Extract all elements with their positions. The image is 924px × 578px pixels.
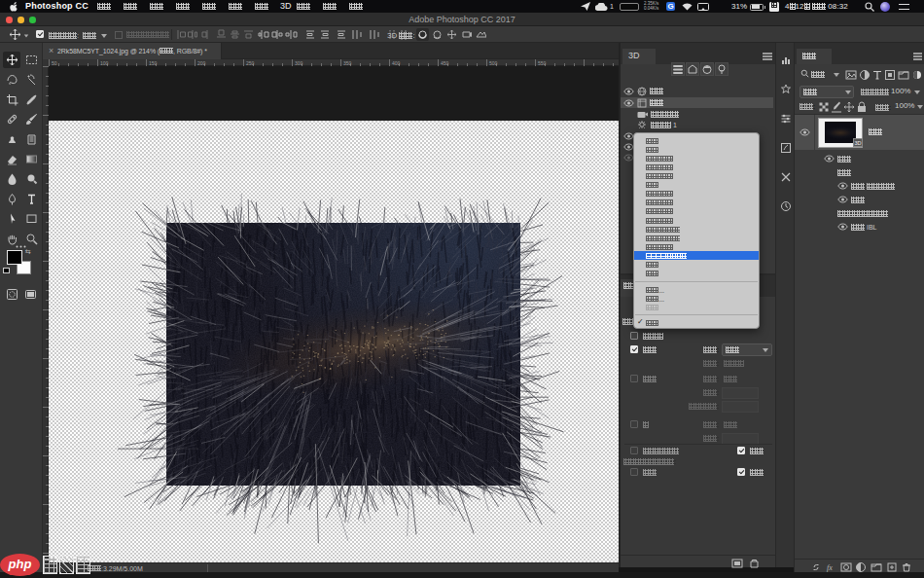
svg-text:300: 300	[295, 60, 303, 66]
svg-text:250: 250	[246, 60, 255, 66]
svg-text:50: 50	[52, 60, 57, 66]
svg-text:fx: fx	[827, 563, 833, 572]
svg-text:150: 150	[149, 60, 158, 66]
svg-text:400: 400	[392, 60, 401, 66]
svg-text:450: 450	[441, 60, 449, 66]
svg-text:200: 200	[197, 60, 206, 66]
svg-text:500: 500	[489, 60, 498, 66]
svg-text:100: 100	[100, 60, 109, 66]
svg-text:350: 350	[343, 60, 352, 66]
svg-text:550: 550	[538, 60, 547, 66]
